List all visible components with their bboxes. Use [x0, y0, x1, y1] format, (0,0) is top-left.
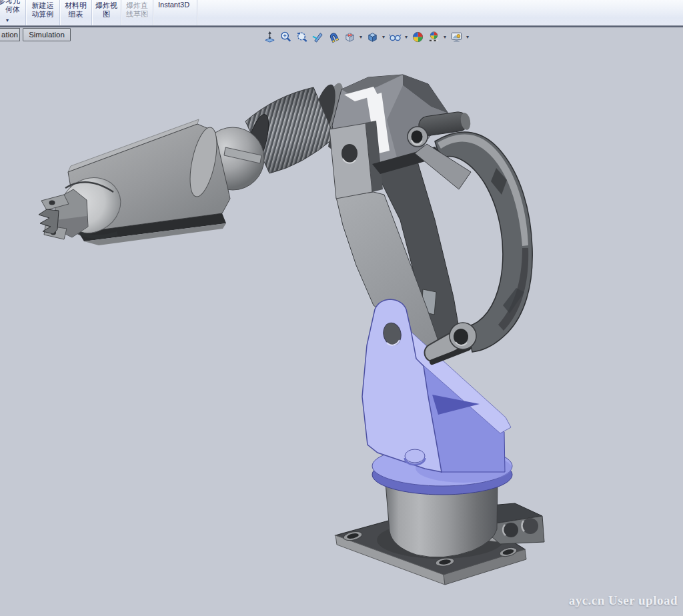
button-label: 图 [92, 10, 121, 19]
solidworks-window: 参考几 何体 ▾ 新建运 动算例 材料明 细表 爆炸视 图 爆炸直 线草图 In… [0, 0, 683, 616]
instant3d-button[interactable]: Instant3D [153, 0, 197, 25]
button-label: 何体 [0, 5, 25, 14]
commandmanager-tab-bar: ation Simulation [0, 27, 683, 43]
collar-boss [405, 449, 425, 465]
toolbar-filler [197, 0, 683, 25]
explode-line-sketch-button: 爆炸直 线草图 [121, 0, 153, 25]
exploded-view-button[interactable]: 爆炸视 图 [92, 0, 121, 25]
button-label: 线草图 [121, 10, 153, 19]
new-motion-study-button[interactable]: 新建运 动算例 [26, 0, 60, 25]
bill-of-materials-button[interactable]: 材料明 细表 [60, 0, 92, 25]
tab-animation-clipped[interactable]: ation [0, 28, 20, 41]
3d-viewport[interactable] [0, 0, 683, 616]
button-label: 材料明 [60, 1, 91, 10]
button-label: 动算例 [26, 10, 59, 19]
button-label: Instant3D [158, 1, 197, 9]
toolbar-divider [0, 25, 683, 27]
button-label: 爆炸视 [92, 1, 121, 10]
watermark-text: ayc.cn User upload [569, 593, 678, 608]
button-label: 细表 [60, 10, 91, 19]
button-label: 爆炸直 [121, 1, 153, 10]
elbow-clevis [329, 123, 372, 199]
dropdown-caret-icon[interactable]: ▾ [6, 16, 9, 25]
button-label: 新建运 [26, 1, 59, 10]
tab-simulation[interactable]: Simulation [23, 28, 71, 41]
button-label: 参考几 [0, 0, 25, 5]
reference-geometry-button[interactable]: 参考几 何体 ▾ [0, 0, 26, 25]
tab-label: ation [1, 31, 18, 39]
command-toolbar: 参考几 何体 ▾ 新建运 动算例 材料明 细表 爆炸视 图 爆炸直 线草图 In… [0, 0, 683, 25]
tab-label: Simulation [29, 31, 65, 39]
